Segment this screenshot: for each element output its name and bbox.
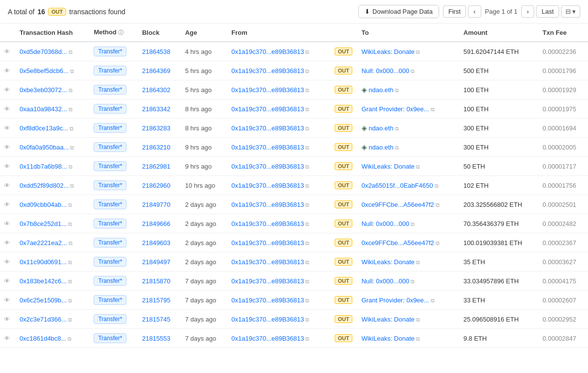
from-link[interactable]: 0x1a19c370...e89B36813 bbox=[231, 220, 304, 227]
copy-tx-icon[interactable]: ⧉ bbox=[68, 336, 72, 342]
from-link[interactable]: 0x1a19c370...e89B36813 bbox=[231, 124, 304, 132]
to-link[interactable]: ndao.eth bbox=[368, 144, 393, 151]
eye-icon[interactable]: 👁 bbox=[4, 297, 10, 304]
copy-from-icon[interactable]: ⧉ bbox=[305, 240, 309, 246]
tx-hash-link[interactable]: 0xaa10a98432... bbox=[20, 105, 67, 113]
eye-icon[interactable]: 👁 bbox=[4, 258, 10, 266]
tx-hash-link[interactable]: 0x183be142c6... bbox=[20, 277, 67, 285]
copy-tx-icon[interactable]: ⧉ bbox=[69, 106, 73, 112]
block-link[interactable]: 21862960 bbox=[142, 182, 171, 189]
filter-button[interactable]: ⊟ ▾ bbox=[561, 5, 580, 18]
tx-hash-link[interactable]: 0xf8d0ce13a9c... bbox=[20, 124, 68, 132]
copy-from-icon[interactable]: ⧉ bbox=[305, 298, 309, 303]
tx-hash-link[interactable]: 0x0fa0a950baa... bbox=[20, 144, 69, 151]
copy-tx-icon[interactable]: ⧉ bbox=[70, 145, 74, 150]
copy-to-icon[interactable]: ⧉ bbox=[431, 106, 435, 112]
from-link[interactable]: 0x1a19c370...e89B36813 bbox=[231, 297, 304, 304]
eye-icon[interactable]: 👁 bbox=[4, 163, 10, 170]
block-link[interactable]: 21863283 bbox=[142, 124, 171, 132]
copy-to-icon[interactable]: ⧉ bbox=[395, 145, 399, 150]
block-link[interactable]: 21815870 bbox=[142, 277, 171, 285]
eye-icon[interactable]: 👁 bbox=[4, 277, 10, 285]
to-link[interactable]: Null: 0x000...000 bbox=[362, 67, 410, 75]
block-link[interactable]: 21849666 bbox=[142, 220, 171, 227]
copy-from-icon[interactable]: ⧉ bbox=[305, 68, 309, 74]
copy-from-icon[interactable]: ⧉ bbox=[305, 259, 309, 265]
block-link[interactable]: 21863342 bbox=[142, 105, 171, 113]
from-link[interactable]: 0x1a19c370...e89B36813 bbox=[231, 144, 304, 151]
copy-tx-icon[interactable]: ⧉ bbox=[68, 259, 72, 265]
eye-icon[interactable]: 👁 bbox=[4, 220, 10, 227]
from-link[interactable]: 0x1a19c370...e89B36813 bbox=[231, 163, 304, 170]
copy-from-icon[interactable]: ⧉ bbox=[305, 183, 309, 189]
tx-hash-link[interactable]: 0x5e8bef5dcb6... bbox=[20, 67, 69, 75]
eye-icon[interactable]: 👁 bbox=[4, 67, 10, 75]
eye-icon[interactable]: 👁 bbox=[4, 124, 10, 132]
block-link[interactable]: 21849603 bbox=[142, 239, 171, 247]
copy-to-icon[interactable]: ⧉ bbox=[395, 125, 399, 131]
copy-tx-icon[interactable]: ⧉ bbox=[70, 68, 74, 74]
from-link[interactable]: 0x1a19c370...e89B36813 bbox=[231, 201, 304, 208]
block-link[interactable]: 21849497 bbox=[142, 258, 171, 266]
tx-hash-link[interactable]: 0xd5de70368d... bbox=[20, 48, 67, 55]
from-link[interactable]: 0x1a19c370...e89B36813 bbox=[231, 105, 304, 113]
copy-from-icon[interactable]: ⧉ bbox=[305, 106, 309, 112]
block-link[interactable]: 21849770 bbox=[142, 201, 171, 208]
copy-to-icon[interactable]: ⧉ bbox=[395, 87, 399, 93]
to-link[interactable]: Grant Provider: 0x9ee... bbox=[362, 105, 429, 113]
copy-to-icon[interactable]: ⧉ bbox=[411, 278, 415, 284]
from-link[interactable]: 0x1a19c370...e89B36813 bbox=[231, 239, 304, 247]
copy-from-icon[interactable]: ⧉ bbox=[305, 221, 309, 227]
copy-from-icon[interactable]: ⧉ bbox=[305, 145, 309, 150]
last-page-button[interactable]: Last bbox=[536, 5, 559, 18]
copy-tx-icon[interactable]: ⧉ bbox=[68, 298, 72, 303]
eye-icon[interactable]: 👁 bbox=[4, 239, 10, 247]
copy-to-icon[interactable]: ⧉ bbox=[416, 164, 420, 170]
copy-to-icon[interactable]: ⧉ bbox=[431, 298, 435, 303]
copy-to-icon[interactable]: ⧉ bbox=[416, 336, 420, 342]
block-link[interactable]: 21863210 bbox=[142, 144, 171, 151]
tx-hash-link[interactable]: 0xdd52f89d802... bbox=[20, 182, 69, 189]
eye-icon[interactable]: 👁 bbox=[4, 335, 10, 342]
block-link[interactable]: 21864369 bbox=[142, 67, 171, 75]
copy-from-icon[interactable]: ⧉ bbox=[305, 49, 309, 55]
to-link[interactable]: Null: 0x000...000 bbox=[362, 277, 410, 285]
eye-icon[interactable]: 👁 bbox=[4, 48, 10, 55]
copy-tx-icon[interactable]: ⧉ bbox=[69, 164, 73, 170]
method-info-icon[interactable]: ⓘ bbox=[118, 29, 123, 35]
copy-from-icon[interactable]: ⧉ bbox=[305, 278, 309, 284]
from-link[interactable]: 0x1a19c370...e89B36813 bbox=[231, 316, 304, 323]
copy-tx-icon[interactable]: ⧉ bbox=[69, 49, 73, 55]
to-link[interactable]: ndao.eth bbox=[368, 86, 393, 94]
copy-tx-icon[interactable]: ⧉ bbox=[68, 317, 72, 323]
eye-icon[interactable]: 👁 bbox=[4, 144, 10, 151]
copy-tx-icon[interactable]: ⧉ bbox=[68, 278, 72, 284]
prev-page-button[interactable]: ‹ bbox=[468, 5, 481, 18]
copy-to-icon[interactable]: ⧉ bbox=[416, 317, 420, 323]
copy-from-icon[interactable]: ⧉ bbox=[305, 336, 309, 342]
copy-from-icon[interactable]: ⧉ bbox=[305, 87, 309, 93]
tx-hash-link[interactable]: 0x2c3e71d366... bbox=[20, 316, 67, 323]
eye-icon[interactable]: 👁 bbox=[4, 182, 10, 189]
tx-hash-link[interactable]: 0xc1861d4bc8... bbox=[20, 335, 66, 342]
to-link[interactable]: 0x2a65015f...0EabF4650 bbox=[362, 182, 433, 189]
copy-tx-icon[interactable]: ⧉ bbox=[70, 183, 74, 189]
copy-to-icon[interactable]: ⧉ bbox=[411, 68, 415, 74]
from-link[interactable]: 0x1a19c370...e89B36813 bbox=[231, 277, 304, 285]
copy-to-icon[interactable]: ⧉ bbox=[416, 259, 420, 265]
copy-from-icon[interactable]: ⧉ bbox=[305, 317, 309, 323]
copy-tx-icon[interactable]: ⧉ bbox=[68, 202, 72, 208]
block-link[interactable]: 21815745 bbox=[142, 316, 171, 323]
from-link[interactable]: 0x1a19c370...e89B36813 bbox=[231, 258, 304, 266]
copy-to-icon[interactable]: ⧉ bbox=[416, 49, 420, 55]
from-link[interactable]: 0x1a19c370...e89B36813 bbox=[231, 67, 304, 75]
to-link[interactable]: 0xce9FFCbe...A56ee47f2 bbox=[362, 201, 434, 208]
from-link[interactable]: 0x1a19c370...e89B36813 bbox=[231, 335, 304, 342]
from-link[interactable]: 0x1a19c370...e89B36813 bbox=[231, 182, 304, 189]
to-link[interactable]: Null: 0x000...000 bbox=[362, 220, 410, 227]
from-link[interactable]: 0x1a19c370...e89B36813 bbox=[231, 86, 304, 94]
to-link[interactable]: WikiLeaks: Donate bbox=[362, 163, 415, 170]
block-link[interactable]: 21862981 bbox=[142, 163, 171, 170]
eye-icon[interactable]: 👁 bbox=[4, 105, 10, 113]
first-page-button[interactable]: First bbox=[443, 5, 466, 18]
